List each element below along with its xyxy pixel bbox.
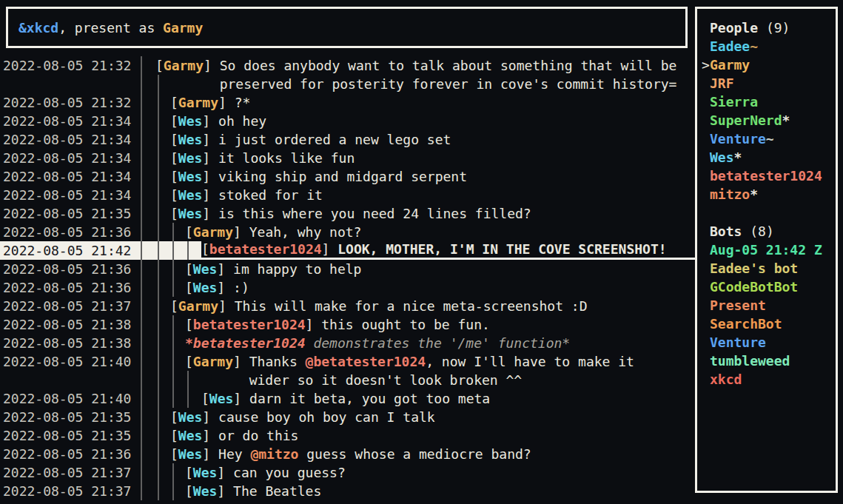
chat-row: 2022-08-05 21:37[Wes] can you guess? xyxy=(0,463,695,482)
chat-row-highlighted: 2022-08-05 21:42[betatester1024] LOOK, M… xyxy=(0,241,695,260)
timestamp: 2022-08-05 21:34 xyxy=(0,130,142,149)
user-list-item[interactable]: SuperNerd* xyxy=(702,111,836,130)
timestamp: 2022-08-05 21:34 xyxy=(0,112,142,130)
message-text: [Wes] :) xyxy=(185,278,695,297)
people-header-label: People xyxy=(710,20,758,36)
user-list-item[interactable]: Wes* xyxy=(702,148,836,167)
thread-indent xyxy=(142,389,201,408)
mention[interactable]: @betatester1024 xyxy=(306,354,426,369)
bot-list-item[interactable]: SearchBot xyxy=(702,315,836,333)
message-fragment: darn it beta, you got too meta xyxy=(249,391,490,406)
nick: Garmy xyxy=(178,95,218,110)
message-fragment: So does anybody want to talk about somet… xyxy=(220,58,677,73)
thread-indent xyxy=(142,352,185,371)
message-fragment: ] xyxy=(202,446,218,462)
message-text: *betatester1024 demonstrates the '/me' f… xyxy=(185,334,695,352)
message-area: [betatester1024] LOOK, MOTHER, I'M IN TH… xyxy=(142,241,695,260)
thread-indent xyxy=(142,223,185,241)
message-fragment: cause boy oh boy can I talk xyxy=(218,409,435,425)
user-list-item[interactable]: JRF xyxy=(702,74,836,93)
timestamp: 2022-08-05 21:34 xyxy=(0,167,142,186)
nick: Wes xyxy=(178,409,203,425)
chat-row: 2022-08-05 21:37[Wes] The Beatles xyxy=(0,482,695,500)
message-text: [Wes] cause boy oh boy can I talk xyxy=(170,408,695,426)
thread-indent xyxy=(142,112,170,130)
user-name: GCodeBotBot xyxy=(710,279,798,295)
message-text: [Wes] viking ship and midgard serpent xyxy=(170,167,695,186)
bot-list-item[interactable]: xkcd xyxy=(702,370,836,389)
message-fragment: this ought to be fun. xyxy=(321,317,490,332)
nick: *betatester1024 xyxy=(185,335,306,351)
thread-indent xyxy=(142,445,170,463)
message-fragment: [ xyxy=(185,465,193,480)
thread-guide-line xyxy=(158,352,159,371)
message-text: wider so it doesn't look broken ^^ xyxy=(185,371,695,389)
chat-row: 2022-08-05 21:34[Wes] it looks like fun xyxy=(0,149,695,167)
message-text: [Wes] The Beatles xyxy=(185,482,695,500)
user-list-item[interactable]: mitzo* xyxy=(702,185,836,204)
message-area: [Wes] oh hey xyxy=(142,112,695,130)
message-fragment: [ xyxy=(170,187,178,203)
message-area: preserved for posterity forever in cove'… xyxy=(142,75,695,93)
chat-row: 2022-08-05 21:34[Wes] viking ship and mi… xyxy=(0,167,695,186)
message-fragment: ] xyxy=(306,317,322,332)
message-fragment: ] xyxy=(233,391,249,406)
mention[interactable]: @mitzo xyxy=(250,446,298,462)
message-fragment: [ xyxy=(170,113,178,129)
user-list-item[interactable]: Eadee~ xyxy=(702,37,836,56)
bot-list-item[interactable]: Eadee's bot xyxy=(702,259,836,278)
thread-guide-line xyxy=(158,93,159,112)
bots-header: Bots (8) xyxy=(702,222,836,241)
user-list-item[interactable]: betatester1024 xyxy=(702,167,836,185)
chat-row: 2022-08-05 21:32[Garmy] So does anybody … xyxy=(0,56,695,75)
nick: Wes xyxy=(178,169,203,184)
thread-indent xyxy=(142,426,170,445)
message-fragment: [ xyxy=(155,58,164,73)
bot-list-item[interactable]: Venture xyxy=(702,333,836,352)
message-area: [Garmy] ?* xyxy=(142,93,695,112)
thread-indent xyxy=(142,315,185,334)
message-fragment: [ xyxy=(185,354,193,369)
message-fragment: ] xyxy=(217,465,233,480)
thread-indent xyxy=(142,482,185,500)
status-suffix: * xyxy=(782,112,790,128)
thread-indent xyxy=(142,167,170,186)
thread-guide-line xyxy=(172,223,174,241)
timestamp: 2022-08-05 21:37 xyxy=(0,463,142,482)
thread-guide-line xyxy=(172,482,174,500)
timestamp: 2022-08-05 21:32 xyxy=(0,56,142,75)
message-fragment: ] xyxy=(202,169,218,184)
message-area: [Wes] or do this xyxy=(142,426,695,445)
nick: Garmy xyxy=(193,354,233,369)
nick: Wes xyxy=(178,206,203,221)
message-area: [Wes] can you guess? xyxy=(142,463,695,482)
timestamp: 2022-08-05 21:40 xyxy=(0,389,142,408)
timestamp: 2022-08-05 21:35 xyxy=(0,408,142,426)
user-list-item[interactable]: Venture~ xyxy=(702,130,836,148)
bot-list-item[interactable]: GCodeBotBot xyxy=(702,278,836,296)
thread-guide-line xyxy=(172,241,174,260)
nick: betatester1024 xyxy=(209,241,322,257)
user-list-item[interactable]: Sierra xyxy=(702,93,836,111)
message-fragment: [ xyxy=(185,483,193,499)
chat-row: 2022-08-05 21:35[Wes] is this where you … xyxy=(0,204,695,223)
user-list-item[interactable]: >Garmy xyxy=(702,56,836,74)
user-name: SearchBot xyxy=(710,316,782,332)
status-bar: &xkcd, present as Garmy xyxy=(6,7,688,48)
message-fragment: ] xyxy=(202,409,218,425)
thread-guide-line xyxy=(158,408,159,426)
message-fragment: LOOK, MOTHER, I'M IN THE COVE SCREENSHOT… xyxy=(337,241,666,257)
message-fragment: [ xyxy=(170,150,178,166)
thread-indent xyxy=(142,75,155,93)
bot-list-item[interactable]: tumbleweed xyxy=(702,352,836,370)
bot-list-item[interactable]: Aug-05 21:42 Z xyxy=(702,241,836,259)
message-fragment: ] xyxy=(202,132,218,147)
thread-guide-line xyxy=(158,426,159,445)
message-area: [Wes] The Beatles xyxy=(142,482,695,500)
chat-row: 2022-08-05 21:40[Wes] darn it beta, you … xyxy=(0,389,695,408)
thread-indent xyxy=(142,241,201,260)
bot-list-item[interactable]: Present xyxy=(702,296,836,315)
message-text: [Wes] can you guess? xyxy=(185,463,695,482)
message-fragment: [ xyxy=(185,261,193,277)
thread-guide-line xyxy=(158,334,159,352)
